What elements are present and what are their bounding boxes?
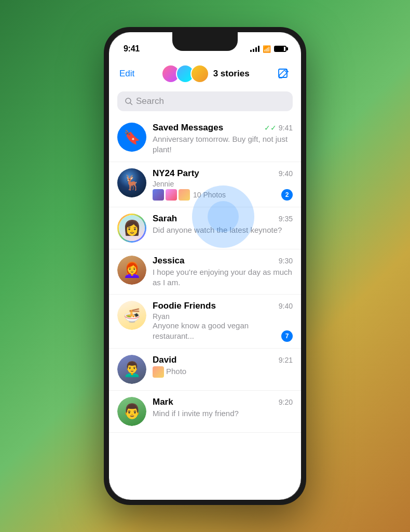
photo-thumb-3	[179, 189, 190, 201]
preview-jessica: I hope you're enjoying your day as much …	[153, 267, 293, 288]
chat-name-jessica: Jessica	[153, 256, 184, 266]
chat-name-david: David	[153, 355, 176, 365]
svg-rect-0	[279, 69, 287, 77]
chat-content-mark: Mark 9:20 Mind if I invite my friend?	[153, 397, 293, 419]
photo-thumb-2	[166, 189, 177, 201]
chat-header-mark: Mark 9:20	[153, 397, 293, 407]
time-mark: 9:20	[279, 398, 293, 406]
avatar-foodie: 🍜	[117, 301, 146, 330]
avatar-sarah: 👩	[117, 214, 146, 243]
chat-content-foodie: Foodie Friends 9:40 Ryan Anyone know a g…	[153, 301, 293, 342]
chat-name-saved: Saved Messages	[153, 123, 223, 133]
chat-name-mark: Mark	[153, 397, 173, 407]
unread-badge-ny24: 2	[281, 189, 293, 201]
avatar-ny24-img: 🦌	[117, 168, 146, 197]
status-time: 9:41	[124, 44, 140, 54]
time-saved: 9:41	[279, 124, 293, 132]
avatar-foodie-img: 🍜	[117, 301, 146, 330]
chat-header-david: David 9:21	[153, 355, 293, 365]
jessica-emoji: 👩‍🦰	[123, 261, 141, 278]
time-david: 9:21	[279, 356, 293, 364]
chat-content-ny24: NY24 Party 9:40 Jennie 10 Photos	[153, 168, 293, 201]
photo-thumbs-ny24: 10 Photos	[153, 189, 226, 201]
time-jessica: 9:30	[279, 257, 293, 265]
preview-row-ny24: Jennie 10 Photos 2	[153, 180, 293, 201]
chat-header-sarah: Sarah 9:35	[153, 214, 293, 224]
signal-bars-icon	[250, 46, 259, 52]
time-ny24: 9:40	[279, 169, 293, 178]
compose-button[interactable]	[276, 66, 291, 81]
signal-bar-4	[258, 46, 259, 52]
time-foodie: 9:40	[279, 302, 293, 310]
search-bar[interactable]: Search	[117, 91, 293, 111]
photo-thumb-david	[153, 366, 164, 378]
search-icon	[125, 97, 133, 105]
chat-item-mark[interactable]: 👨 Mark 9:20 Mind if I invite my friend?	[109, 391, 301, 433]
mark-emoji: 👨	[123, 403, 141, 420]
chat-item-sarah[interactable]: 👩 Sarah 9:35 Did anyone watch the latest…	[109, 207, 301, 249]
signal-bar-1	[250, 50, 252, 52]
battery-icon	[274, 46, 286, 52]
preview-foodie: Anyone know a good vegan restaurant...	[153, 321, 278, 342]
signal-bar-2	[253, 49, 254, 52]
unread-badge-foodie: 7	[281, 330, 293, 342]
preview-sarah: Did anyone watch the latest keynote?	[153, 225, 293, 235]
chat-header-foodie: Foodie Friends 9:40	[153, 301, 293, 311]
story-avatar-3	[190, 64, 209, 83]
chat-item-david[interactable]: 👨‍🦱 David 9:21 Photo	[109, 349, 301, 391]
chat-item-ny24[interactable]: 🦌 NY24 Party 9:40 Jennie	[109, 162, 301, 207]
david-emoji: 👨‍🦱	[123, 361, 141, 378]
avatar-ny24: 🦌	[117, 168, 146, 197]
chat-content-sarah: Sarah 9:35 Did anyone watch the latest k…	[153, 214, 293, 235]
battery-fill	[275, 47, 284, 51]
header: Edit 3 stories	[109, 58, 301, 88]
photo-count-ny24: 10 Photos	[193, 191, 226, 199]
phone-frame: 9:41 📶 Edit	[104, 27, 306, 505]
chat-item-saved-messages[interactable]: 🔖 Saved Messages ✓✓ 9:41 Anniversary tom…	[109, 116, 301, 162]
preview-david: Photo	[153, 366, 293, 378]
avatar-david: 👨‍🦱	[117, 355, 146, 384]
notch	[172, 32, 238, 51]
avatar-sarah-img: 👩	[119, 215, 145, 241]
chat-header-ny24: NY24 Party 9:40	[153, 168, 293, 179]
stories-label: 3 stories	[213, 69, 250, 79]
sub-sender-ny24: Jennie	[153, 180, 226, 188]
deer-icon: 🦌	[123, 174, 141, 191]
avatar-jessica-img: 👩‍🦰	[117, 256, 146, 285]
status-icons: 📶	[250, 45, 286, 53]
chat-name-ny24: NY24 Party	[153, 168, 199, 179]
avatar-david-img: 👨‍🦱	[117, 355, 146, 384]
svg-line-3	[130, 103, 132, 105]
search-bar-container: Search	[109, 88, 301, 116]
preview-saved: Anniversary tomorrow. Buy gift, not just…	[153, 134, 293, 155]
chat-content-jessica: Jessica 9:30 I hope you're enjoying your…	[153, 256, 293, 288]
preview-row-foodie: Ryan Anyone know a good vegan restaurant…	[153, 312, 293, 342]
stories-section[interactable]: 3 stories	[161, 64, 250, 83]
avatar-saved-messages: 🔖	[117, 123, 146, 152]
avatar-jessica: 👩‍🦰	[117, 256, 146, 285]
chat-content-saved: Saved Messages ✓✓ 9:41 Anniversary tomor…	[153, 123, 293, 155]
chat-header-saved: Saved Messages ✓✓ 9:41	[153, 123, 293, 133]
preview-mark: Mind if I invite my friend?	[153, 408, 293, 419]
chat-header-jessica: Jessica 9:30	[153, 256, 293, 266]
time-sarah: 9:35	[279, 215, 293, 223]
preview-content-foodie: Ryan Anyone know a good vegan restaurant…	[153, 312, 278, 342]
sarah-emoji: 👩	[123, 219, 141, 236]
chat-content-david: David 9:21 Photo	[153, 355, 293, 378]
sub-sender-foodie: Ryan	[153, 312, 278, 321]
chat-name-sarah: Sarah	[153, 214, 177, 224]
chat-item-jessica[interactable]: 👩‍🦰 Jessica 9:30 I hope you're enjoying …	[109, 249, 301, 295]
search-placeholder: Search	[136, 96, 164, 107]
chat-time-saved: ✓✓ 9:41	[264, 124, 293, 132]
foodie-emoji: 🍜	[124, 308, 140, 324]
chat-item-foodie[interactable]: 🍜 Foodie Friends 9:40 Ryan Anyone know a…	[109, 295, 301, 349]
avatar-mark-img: 👨	[117, 397, 146, 426]
edit-button[interactable]: Edit	[119, 69, 134, 79]
preview-content-ny24: Jennie 10 Photos	[153, 180, 226, 201]
chat-list: 🔖 Saved Messages ✓✓ 9:41 Anniversary tom…	[109, 116, 301, 433]
stories-avatars	[161, 64, 209, 83]
chat-name-foodie: Foodie Friends	[153, 301, 216, 311]
photo-thumb-1	[153, 189, 164, 201]
avatar-mark: 👨	[117, 397, 146, 426]
compose-icon	[278, 68, 289, 79]
